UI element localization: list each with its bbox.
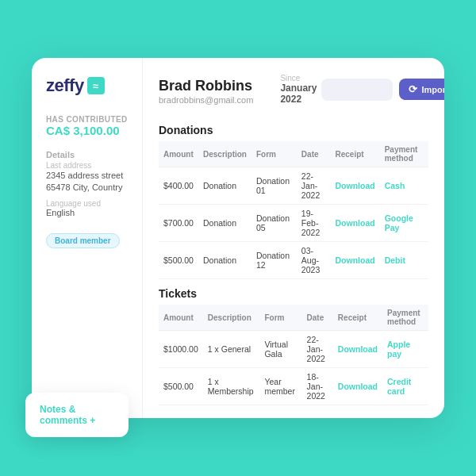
date-cell: 22-Jan-2022: [297, 167, 331, 205]
receipt-cell[interactable]: Download: [333, 368, 382, 405]
tickets-header-row: Amount Description Form Date Receipt Pay…: [159, 305, 428, 331]
amount-cell: $500.00: [159, 368, 203, 405]
payment-cell: Credit card: [382, 368, 428, 405]
date-cell: 19-Feb-2022: [297, 205, 331, 242]
payment-cell: Apple pay: [382, 331, 428, 368]
receipt-cell[interactable]: Download: [331, 242, 380, 279]
col-amount: Amount: [159, 305, 203, 331]
table-row: $1000.00 1 x General Virtual Gala 22-Jan…: [159, 331, 428, 368]
donations-table: Amount Description Form Date Receipt Pay…: [159, 141, 428, 279]
details-section: Details Last address 2345 address street…: [46, 145, 131, 217]
form-cell: Year member: [259, 368, 301, 405]
description-cell: 1 x Membership: [203, 368, 260, 405]
user-info: Brad Robbins bradrobbins@gmail.com: [159, 78, 253, 105]
table-row: $700.00 Donation Donation 05 19-Feb-2022…: [159, 205, 428, 242]
col-receipt: Receipt: [333, 305, 382, 331]
receipt-cell[interactable]: Download: [333, 331, 382, 368]
tickets-table: Amount Description Form Date Receipt Pay…: [159, 305, 428, 405]
col-receipt: Receipt: [331, 141, 380, 167]
address-line1: 2345 address street: [46, 170, 131, 182]
amount-cell: $400.00: [159, 167, 198, 205]
description-cell: Donation: [198, 205, 251, 242]
form-cell: Donation 12: [251, 242, 297, 279]
search-box[interactable]: [321, 79, 393, 101]
amount-cell: $1000.00: [159, 331, 203, 368]
notes-label: Notes & comments +: [40, 404, 95, 426]
col-date: Date: [297, 141, 331, 167]
form-cell: Donation 01: [251, 167, 297, 205]
col-payment: Payment method: [380, 141, 428, 167]
table-row: $500.00 1 x Membership Year member 18-Ja…: [159, 368, 428, 405]
col-description: Description: [198, 141, 251, 167]
since-label: Since: [280, 74, 317, 83]
header-row: Brad Robbins bradrobbins@gmail.com Since…: [159, 74, 428, 105]
table-row: $400.00 Donation Donation 01 22-Jan-2022…: [159, 167, 428, 205]
board-member-badge[interactable]: Board member: [46, 233, 120, 248]
import-button-label: Import data: [421, 85, 444, 94]
details-label: Details: [46, 150, 131, 159]
date-cell: 03-Aug-2023: [297, 242, 331, 279]
address-line2: 65478 City, Country: [46, 182, 131, 194]
contributed-section: Has contributed CA$ 3,100.00: [46, 113, 131, 137]
form-cell: Donation 05: [251, 205, 297, 242]
description-cell: Donation: [198, 242, 251, 279]
tickets-title: Tickets: [159, 287, 428, 300]
receipt-cell[interactable]: Download: [331, 167, 380, 205]
col-form: Form: [251, 141, 297, 167]
col-date: Date: [302, 305, 333, 331]
contributed-amount: CA$ 3,100.00: [46, 124, 131, 137]
header-actions: ⟳ Import data: [321, 79, 444, 101]
payment-cell: Debit: [380, 242, 428, 279]
language-value: English: [46, 208, 131, 217]
amount-cell: $700.00: [159, 205, 198, 242]
table-row: $500.00 Donation Donation 12 03-Aug-2023…: [159, 242, 428, 279]
description-cell: Donation: [198, 167, 251, 205]
col-amount: Amount: [159, 141, 198, 167]
since-block: Since January 2022: [280, 74, 317, 105]
logo: zeffy ≈: [46, 75, 131, 96]
language-label: Language used: [46, 199, 131, 208]
amount-cell: $500.00: [159, 242, 198, 279]
address-label: Last address: [46, 161, 131, 170]
payment-cell: Cash: [380, 167, 428, 205]
col-form: Form: [259, 305, 301, 331]
main-content: Brad Robbins bradrobbins@gmail.com Since…: [143, 58, 444, 418]
contributed-label: Has contributed: [46, 115, 131, 124]
date-cell: 22-Jan-2022: [302, 331, 333, 368]
col-payment: Payment method: [382, 305, 428, 331]
form-cell: Virtual Gala: [259, 331, 301, 368]
donations-title: Donations: [159, 124, 428, 136]
user-since: Brad Robbins bradrobbins@gmail.com Since…: [159, 74, 317, 105]
logo-icon: ≈: [87, 77, 105, 94]
user-email: bradrobbins@gmail.com: [159, 95, 253, 105]
sidebar: zeffy ≈ Has contributed CA$ 3,100.00 Det…: [32, 58, 143, 418]
main-card: zeffy ≈ Has contributed CA$ 3,100.00 Det…: [32, 58, 444, 418]
receipt-cell[interactable]: Download: [331, 205, 380, 242]
user-name: Brad Robbins: [159, 78, 253, 94]
payment-cell: Google Pay: [380, 205, 428, 242]
date-cell: 18-Jan-2022: [302, 368, 333, 405]
col-description: Description: [203, 305, 260, 331]
since-date: January 2022: [280, 83, 317, 105]
import-icon: ⟳: [409, 83, 417, 95]
description-cell: 1 x General: [203, 331, 260, 368]
import-button[interactable]: ⟳ Import data: [399, 79, 444, 100]
logo-text: zeffy: [46, 75, 84, 96]
notes-comments-card[interactable]: Notes & comments +: [25, 393, 129, 437]
donations-header-row: Amount Description Form Date Receipt Pay…: [159, 141, 428, 167]
